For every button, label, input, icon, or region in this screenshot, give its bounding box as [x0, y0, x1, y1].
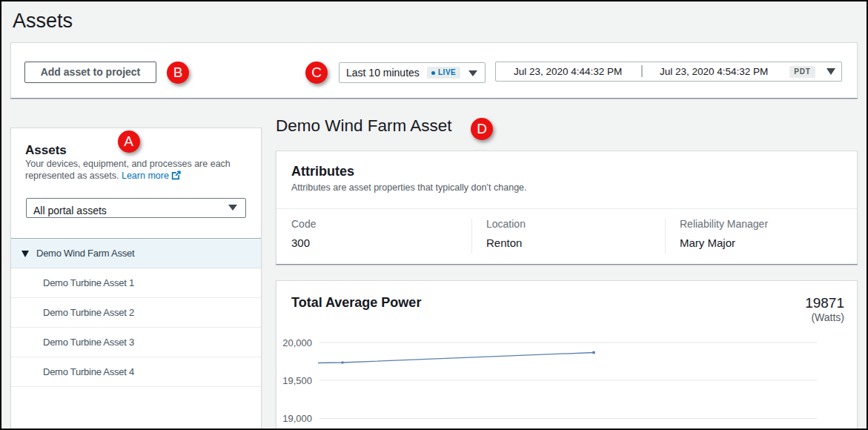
svg-text:19,000: 19,000 — [282, 413, 312, 424]
svg-text:20,000: 20,000 — [282, 337, 312, 348]
svg-text:19,500: 19,500 — [282, 375, 312, 386]
